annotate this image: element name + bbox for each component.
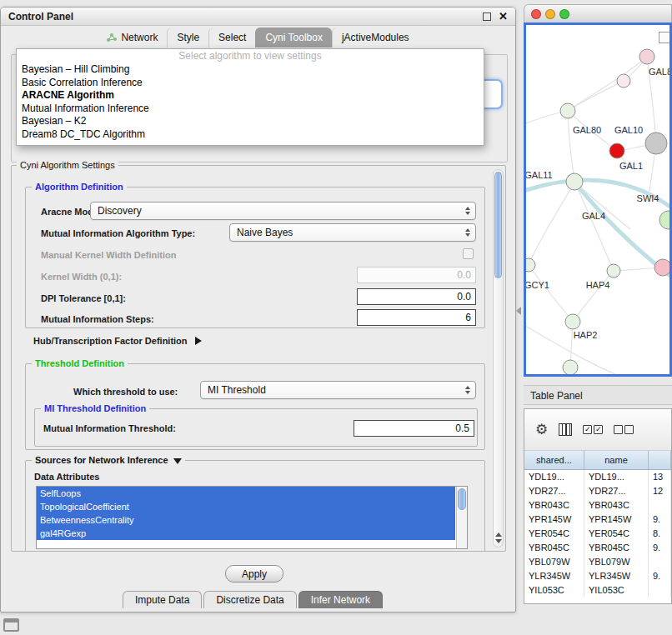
table-row[interactable]: YPR145WYPR145W9.	[524, 512, 671, 527]
table-cell: 13	[649, 470, 671, 484]
tabbar: Network Style Select Cyni Toolbox jActiv…	[1, 28, 515, 48]
mi-algorithm-type-value: Naive Bayes	[237, 227, 293, 238]
dpi-tolerance-field[interactable]: 0.0	[357, 288, 476, 305]
column-header-extra[interactable]	[649, 451, 671, 469]
table-row[interactable]: YIL053CYIL053C	[524, 583, 671, 598]
tab-network[interactable]: Network	[98, 28, 167, 48]
network-node[interactable]	[560, 103, 575, 118]
network-node[interactable]	[566, 173, 583, 190]
table-row[interactable]: YBL079WYBL079W	[524, 555, 671, 569]
tab-style[interactable]: Style	[167, 28, 208, 48]
algorithm-option[interactable]: Basic Correlation Inference	[17, 77, 484, 90]
network-node[interactable]	[607, 264, 620, 278]
algorithm-option[interactable]: Bayesian – K2	[17, 115, 484, 128]
threshold-definition-group: Threshold Definition Which threshold to …	[25, 363, 485, 450]
table-row[interactable]: YLR345WYLR345W9.	[524, 569, 671, 583]
which-threshold-select[interactable]: MI Threshold	[200, 381, 476, 399]
traffic-light-close[interactable]	[531, 9, 541, 19]
data-attributes-list[interactable]: SelfLoopsTopologicalCoefficientBetweenne…	[36, 486, 468, 549]
panel-splitter-handle[interactable]	[516, 307, 521, 315]
column-selector-button[interactable]	[559, 423, 572, 436]
column-header-name[interactable]: name	[584, 451, 649, 469]
algorithm-option[interactable]: ARACNE Algorithm	[17, 89, 484, 102]
mi-steps-field[interactable]: 6	[357, 309, 476, 326]
network-node-label: HAP4	[586, 280, 610, 290]
mi-threshold-definition-title: MI Threshold Definition	[41, 403, 149, 414]
aracne-mode-select[interactable]: Discovery	[90, 202, 476, 220]
table-cell: 9.	[649, 569, 671, 583]
stepper-arrows-icon	[465, 386, 470, 394]
network-node[interactable]	[654, 259, 669, 276]
float-window-icon[interactable]	[483, 12, 491, 21]
network-node[interactable]	[639, 49, 654, 64]
which-threshold-value: MI Threshold	[208, 384, 266, 396]
traffic-light-minimize[interactable]	[545, 9, 555, 19]
algorithm-option[interactable]: Mutual Information Inference	[17, 102, 484, 116]
table-toolbar: ⚙ ✓ ✓	[524, 409, 671, 451]
scrollbar-arrows-icon[interactable]	[494, 532, 503, 543]
birdseye-toggle[interactable]	[659, 32, 672, 43]
tab-cyni-toolbox[interactable]: Cyni Toolbox	[255, 28, 331, 48]
attribute-list-item[interactable]: TopologicalCoefficient	[37, 500, 455, 513]
algorithm-dropdown-popup: Select algorithm to view settings Bayesi…	[16, 48, 484, 146]
settings-scrollbar[interactable]	[493, 169, 504, 548]
table-settings-button[interactable]: ⚙	[535, 422, 548, 437]
network-node[interactable]	[659, 211, 669, 229]
network-canvas[interactable]: GAL8GAL80GAL10GAL11GAL1SWI4GAL4GCY1HAP4H…	[526, 25, 669, 374]
table-row[interactable]: YER054CYER054C8.	[524, 527, 671, 541]
network-window-titlebar[interactable]	[524, 4, 672, 22]
table-panel-title: Table Panel	[530, 390, 583, 402]
close-icon[interactable]: ✕	[499, 11, 508, 22]
tab-jactivemodules[interactable]: jActiveModules	[332, 28, 419, 48]
attribute-list-item[interactable]: BetweennessCentrality	[37, 513, 455, 527]
mi-algorithm-type-select[interactable]: Naive Bayes	[229, 223, 476, 242]
deselect-all-button[interactable]	[614, 425, 634, 434]
sources-title[interactable]: Sources for Network Inference	[32, 455, 185, 466]
network-node[interactable]	[526, 258, 535, 272]
tab-impute-data[interactable]: Impute Data	[123, 591, 202, 608]
bottom-tabbar: Impute Data Discretize Data Infer Networ…	[123, 591, 384, 608]
table-row[interactable]: YDL19...YDL19...13	[524, 470, 671, 484]
table-row[interactable]: YBR045CYBR045C9.	[524, 541, 671, 555]
tab-discretize-data[interactable]: Discretize Data	[203, 591, 296, 608]
attribute-list-item[interactable]: gal4RGexp	[37, 527, 455, 540]
list-scrollbar[interactable]	[456, 487, 467, 548]
table-header: shared... name	[524, 451, 671, 470]
sources-title-label: Sources for Network Inference	[35, 455, 168, 465]
network-node[interactable]	[617, 74, 630, 88]
sources-group: Sources for Network Inference Data Attri…	[25, 460, 485, 551]
table-cell: YLR345W	[584, 569, 649, 583]
hub-definition-toggle[interactable]: Hub/Transcription Factor Definition	[33, 336, 202, 346]
minimized-panel-icon[interactable]	[3, 618, 19, 632]
network-node-label: GAL4	[582, 211, 605, 221]
threshold-definition-title: Threshold Definition	[32, 358, 128, 369]
table-row[interactable]: YDR27...YDR27...12	[524, 484, 671, 498]
tab-select[interactable]: Select	[208, 28, 255, 48]
network-edge	[574, 182, 630, 229]
apply-button[interactable]: Apply	[225, 565, 283, 582]
columns-icon	[559, 423, 572, 436]
settings-group-title: Cyni Algorithm Settings	[17, 160, 118, 170]
network-node[interactable]	[565, 314, 580, 329]
algorithm-option[interactable]: Bayesian – Hill Climbing	[17, 63, 484, 77]
network-node[interactable]	[563, 360, 578, 374]
scrollbar-thumb[interactable]	[458, 488, 466, 510]
control-panel-titlebar[interactable]: Control Panel ✕	[1, 8, 515, 26]
table-cell: YDR27...	[524, 484, 584, 498]
mi-threshold-field[interactable]: 0.5	[354, 420, 474, 437]
traffic-light-zoom[interactable]	[559, 9, 569, 19]
network-node[interactable]	[645, 132, 667, 154]
select-all-button[interactable]: ✓ ✓	[583, 425, 603, 434]
network-node[interactable]	[609, 143, 624, 158]
gear-icon: ⚙	[535, 422, 548, 437]
network-edge	[573, 271, 614, 322]
tab-infer-network[interactable]: Infer Network	[298, 591, 383, 608]
algorithm-option[interactable]: Dream8 DC_TDC Algorithm	[17, 128, 484, 142]
algorithm-definition-group: Algorithm Definition Aracne Mode: Discov…	[25, 187, 485, 328]
attribute-list-item[interactable]: SelfLoops	[37, 487, 455, 500]
algorithm-popup-list: Bayesian – Hill ClimbingBasic Correlatio…	[17, 63, 484, 141]
table-row[interactable]: YBR043CYBR043C	[524, 498, 671, 512]
scrollbar-thumb[interactable]	[494, 172, 502, 278]
column-header-shared-name[interactable]: shared...	[524, 451, 584, 469]
mi-threshold-label: Mutual Information Threshold:	[43, 422, 176, 434]
